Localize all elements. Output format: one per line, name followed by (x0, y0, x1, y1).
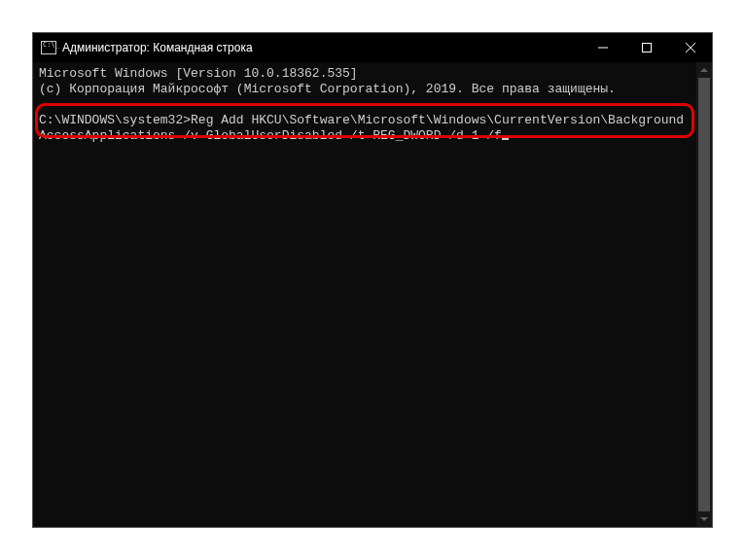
maximize-icon (642, 43, 652, 52)
terminal-output[interactable]: Microsoft Windows [Version 10.0.18362.53… (33, 62, 696, 527)
vertical-scrollbar[interactable] (696, 62, 712, 527)
version-line: Microsoft Windows [Version 10.0.18362.53… (39, 66, 358, 81)
cursor (502, 138, 509, 140)
window-title: Администратор: Командная строка (62, 41, 581, 54)
chevron-up-icon (700, 68, 708, 72)
command-prompt-window: Администратор: Командная строка Microsof… (32, 32, 713, 528)
titlebar[interactable]: Администратор: Командная строка (33, 33, 712, 62)
copyright-line: (c) Корпорация Майкрософт (Microsoft Cor… (39, 82, 616, 96)
close-button[interactable] (668, 33, 712, 62)
scroll-thumb[interactable] (698, 78, 710, 511)
content-area: Microsoft Windows [Version 10.0.18362.53… (33, 62, 712, 527)
prompt: C:\WINDOWS\system32> (39, 113, 191, 127)
scroll-track[interactable] (696, 78, 712, 511)
cmd-icon (41, 41, 56, 54)
minimize-button[interactable] (581, 33, 624, 62)
svg-rect-1 (642, 44, 651, 52)
minimize-icon (598, 43, 608, 52)
window-controls (581, 33, 712, 62)
maximize-button[interactable] (624, 33, 668, 62)
scroll-down-button[interactable] (696, 511, 712, 527)
close-icon (686, 43, 695, 52)
chevron-down-icon (700, 517, 708, 521)
scroll-up-button[interactable] (696, 62, 712, 78)
